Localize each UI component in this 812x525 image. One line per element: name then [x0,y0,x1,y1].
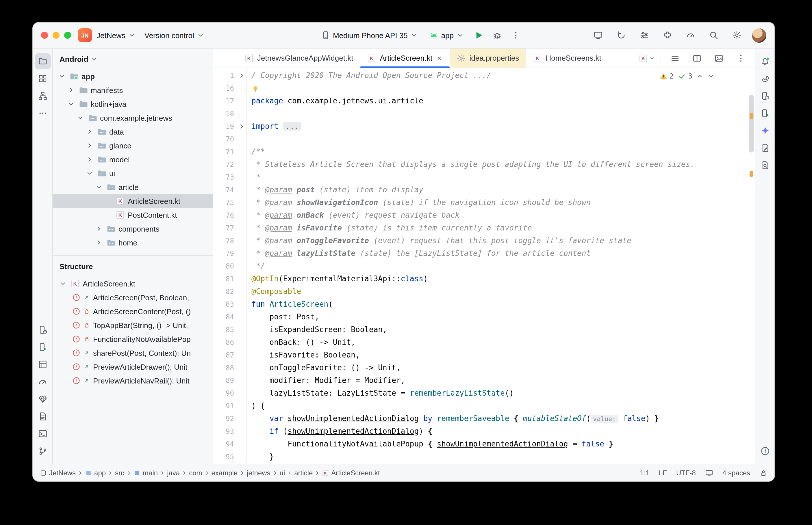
code-text[interactable]: import ... [247,120,301,133]
code-text[interactable]: * [247,171,260,184]
code-text[interactable]: onToggleFavorite: () -> Unit, [247,362,401,374]
zoom-window-button[interactable] [64,32,71,39]
hidden-tabs-dropdown[interactable]: K [639,50,655,66]
breadcrumb-main[interactable]: main [133,469,158,477]
notifications-tool-button[interactable] [757,53,773,69]
structure-item-articlescreencontent[interactable]: fArticleScreenContent(Post, () [53,304,213,318]
chevron-right-icon[interactable] [94,238,103,247]
chevron-right-icon[interactable] [94,224,103,233]
gutter-line-number[interactable]: 80 [213,262,236,270]
profiler-button[interactable] [682,27,699,43]
code-text[interactable]: ) { [247,400,265,412]
gutter-line-number[interactable]: 94 [213,440,236,448]
chevron-right-icon[interactable] [85,155,94,164]
code-text[interactable]: if (showUnimplementedActionDialog) { [247,425,432,438]
code-text[interactable]: fun ArticleScreen( [247,298,333,311]
device-explorer-tool-button[interactable] [757,88,773,104]
code-text[interactable]: post: Post, [247,311,319,324]
editor-options-button[interactable] [733,50,749,66]
breadcrumb-ui[interactable]: ui [280,469,285,477]
gutter-line-number[interactable]: 95 [213,453,236,461]
minimize-window-button[interactable] [53,32,60,39]
code-text[interactable]: / Copyright 2020 The Android Open Source… [247,69,491,82]
structure-item-previewarticledrawer[interactable]: fPreviewArticleDrawer(): Unit [53,360,213,374]
search-button[interactable] [706,27,722,43]
code-text[interactable]: * @param isFavorite (state) is this item… [247,222,532,235]
gutter-line-number[interactable]: 89 [213,377,236,385]
breadcrumb-src[interactable]: src [115,469,124,477]
gutter-line-number[interactable]: 93 [213,427,236,435]
gutter-line-number[interactable]: 76 [213,211,236,220]
line-separator-widget[interactable]: LF [659,469,667,477]
code-text[interactable]: */ [247,260,265,273]
structure-item-functionalitynotavailablepop[interactable]: fFunctionalityNotAvailablePop [53,332,213,346]
terminal-tool-button[interactable] [34,426,50,442]
chevron-right-icon[interactable] [85,141,94,150]
gutter-line-number[interactable]: 92 [213,415,236,423]
layout-inspector-tool-button[interactable] [34,356,50,373]
scrollbar-thumb[interactable] [749,95,754,152]
close-window-button[interactable] [41,32,48,39]
code-text[interactable]: * @param showNavigationIcon (state) if t… [247,196,591,209]
code-text[interactable]: * @param post (state) item to display [247,184,423,196]
gutter-line-number[interactable]: 78 [213,237,236,245]
project-view-selector[interactable]: Android [53,48,213,69]
gutter-line-number[interactable]: 19 [213,122,236,131]
code-text[interactable]: var showUnimplementedActionDialog by rem… [247,412,659,425]
breadcrumb-jetnews[interactable]: JetNews [40,469,76,477]
code-text[interactable]: * Stateless Article Screen that displays… [247,158,695,171]
code-text[interactable] [247,82,260,95]
code-text[interactable]: @OptIn(ExperimentalMaterial3Api::class) [247,273,428,285]
gutter-line-number[interactable]: 16 [213,84,236,92]
close-tab-icon[interactable] [436,55,443,61]
previous-issue-icon[interactable] [696,73,703,80]
tree-item-article[interactable]: article [53,180,213,194]
tab-list-button[interactable] [667,50,683,66]
resource-manager-tool-button[interactable] [34,71,50,87]
tree-item-home[interactable]: home [53,236,213,250]
problems-tool-button[interactable] [757,443,773,459]
sliders-button[interactable] [636,27,652,43]
breadcrumb-app[interactable]: app [85,469,106,477]
chevron-down-icon[interactable] [58,279,68,288]
quality-insights-tool-button[interactable] [34,391,50,407]
warning-stripe-mark[interactable] [750,171,753,177]
logcat-tool-button[interactable] [34,408,50,424]
gutter-line-number[interactable]: 72 [213,161,236,169]
gutter-line-number[interactable]: 91 [213,402,236,410]
debug-button[interactable] [489,27,505,43]
code-text[interactable]: * @param lazyListState (state) the [Lazy… [247,247,591,260]
structure-item-sharepost[interactable]: fsharePost(Post, Context): Un [53,346,213,360]
code-text[interactable]: isExpandedScreen: Boolean, [247,324,387,336]
gutter-line-number[interactable]: 88 [213,364,236,372]
structure-root-item[interactable]: KArticleScreen.kt [53,277,213,290]
tree-item-articlescreen-kt[interactable]: KArticleScreen.kt [53,194,213,208]
tab-jetnewsglanceappwidget-kt[interactable]: KJetnewsGlanceAppWidget.kt [238,48,360,68]
settings-button[interactable] [729,27,745,43]
project-menu[interactable]: JetNews [92,27,140,43]
gutter-line-number[interactable]: 82 [213,288,236,296]
gutter-line-number[interactable]: 74 [213,186,236,194]
tree-item-data[interactable]: data [53,125,213,139]
find-tool-button[interactable] [757,157,773,173]
run-configuration-selector[interactable]: app [425,27,468,43]
tree-item-components[interactable]: components [53,222,213,236]
breadcrumb-article[interactable]: article [294,469,313,477]
code-text[interactable]: isFavorite: Boolean, [247,349,360,362]
breadcrumb-example[interactable]: example [211,469,238,477]
chevron-down-icon[interactable] [57,72,67,81]
plugins-button[interactable] [660,27,676,43]
gutter-line-number[interactable]: 90 [213,389,236,397]
tree-item-glance[interactable]: glance [53,139,213,152]
gutter-line-number[interactable]: 17 [213,97,236,105]
code-text[interactable]: package com.example.jetnews.ui.article [247,95,423,107]
gutter-line-number[interactable]: 73 [213,173,236,181]
gutter-line-number[interactable]: 77 [213,224,236,232]
gutter-line-number[interactable]: 79 [213,250,236,258]
breadcrumb-articlescreen-kt[interactable]: KArticleScreen.kt [322,469,380,477]
tree-item-ui[interactable]: ui [53,166,213,180]
indent-style-widget[interactable]: 4 spaces [722,469,750,477]
user-avatar[interactable] [752,28,766,43]
gutter-line-number[interactable]: 1 [213,72,236,80]
tab-articlescreen-kt[interactable]: KArticleScreen.kt [360,48,449,68]
